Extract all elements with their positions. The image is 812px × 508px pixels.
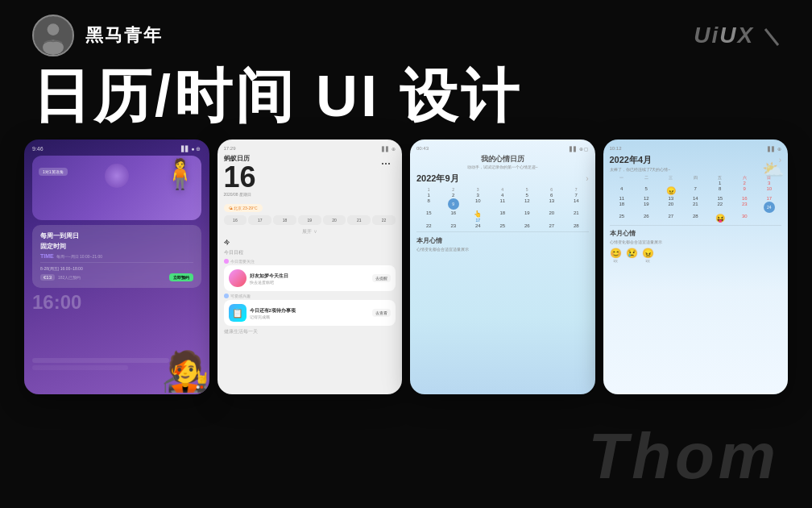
author-area: 黑马青年 bbox=[32, 15, 163, 56]
event-1: 好友如梦今天生日 快去送蛋糕吧 去提醒 bbox=[224, 265, 396, 291]
phone-card-4: ⛅ 10:12 ▋▋ ⊕ 2022年4月 › 太棒了，你已经连续了7天的心情~ … bbox=[603, 139, 789, 394]
svg-line-3 bbox=[765, 29, 778, 45]
section2-label: 可爱感兴趣 bbox=[224, 294, 396, 298]
p3-week-3: 15 16 👆 17 18 19 20 21 bbox=[416, 210, 589, 223]
sky-decoration: ⛅ bbox=[762, 160, 784, 181]
phone-card-3: 00:43 ▋▋ ⊕ ◻ 我的心情日历 动动手，试试记录你的第一个心情足迹~ 2… bbox=[410, 139, 595, 394]
author-name: 黑马青年 bbox=[85, 23, 163, 48]
p4-month: 2022年4月 bbox=[610, 154, 652, 166]
p3-week-4: 22 23 24 25 26 27 28 bbox=[416, 223, 589, 228]
p4-cal-headers: 一 二 三 四 五 六 日 bbox=[610, 175, 782, 180]
p2-date-large: 16 bbox=[224, 163, 256, 192]
p4-mood-title: 本月心情 bbox=[610, 229, 782, 238]
svg-point-1 bbox=[48, 23, 60, 35]
schedule-title: 今日日程 bbox=[224, 249, 396, 256]
p4-week-2: 4 5 😠 7 8 9 10 bbox=[610, 186, 782, 195]
header: 黑马青年 UiUX bbox=[0, 0, 812, 56]
event-2: 📋 今日还有2项待办事项 记得完成哦 去查看 bbox=[224, 300, 396, 326]
event-2-icon: 📋 bbox=[229, 304, 246, 322]
p2-date-sub: 2020/08 星期日 bbox=[224, 192, 256, 197]
screenshots-area: 9:46 ▋▋ ● ⊕ 1对1英语角 🧍 每周一到周日 固定时间 TIME 每周… bbox=[0, 128, 812, 394]
phone-1-hero: 1对1英语角 🧍 bbox=[32, 156, 201, 220]
mood-emoji-row: 😊 1次 😢 😠 1次 bbox=[610, 248, 782, 263]
event-2-btn[interactable]: 去查看 bbox=[372, 309, 391, 317]
brand-logo: UiUX bbox=[694, 23, 780, 48]
event-1-avatar bbox=[229, 269, 246, 287]
phone-3-status: 00:43 ▋▋ ⊕ ◻ bbox=[416, 146, 589, 152]
mood-emoji-1: 😊 1次 bbox=[610, 248, 622, 263]
expand-btn[interactable]: 展开 ∨ bbox=[224, 228, 396, 235]
bottom-figure: 🧑‍🎤 bbox=[161, 349, 209, 394]
event-1-btn[interactable]: 去提醒 bbox=[372, 274, 391, 282]
p4-week-4: 18 19 20 21 22 23 24 bbox=[610, 202, 782, 213]
hero-badge: 1对1英语角 bbox=[39, 168, 68, 176]
weather-badge: 🌤 北京 23-29°C bbox=[224, 204, 263, 212]
p3-mood-sub: 心情变化都会合适宜适量展示 bbox=[416, 247, 589, 252]
p3-week-1: 1 2 3 4 5 6 7 bbox=[416, 193, 589, 198]
phone-card-2: 17:29 ▋▋ ⊕ 蚂蚁日历 16 2020/08 星期日 ⋯ 🌤 北京 23… bbox=[218, 139, 403, 394]
p4-sub-text: 太棒了，你已经连续了7天的心情~ bbox=[610, 167, 782, 172]
p3-month: 2022年9月 bbox=[416, 173, 459, 185]
phone-2-status: 17:29 ▋▋ ⊕ bbox=[224, 146, 396, 152]
mood-emoji-3: 😠 1次 bbox=[642, 248, 654, 263]
health-label: 健康生活每一天 bbox=[224, 328, 396, 335]
p3-mood-title: 本月心情 bbox=[416, 236, 589, 245]
phone-1-main-card: 每周一到周日 固定时间 TIME 每周一~周日 10:00~21:00 8-28… bbox=[32, 225, 201, 288]
today-label: 今 bbox=[224, 239, 396, 247]
p3-week-2: 8 9 10 11 12 13 14 bbox=[416, 198, 589, 210]
p4-mood-section: 本月心情 心情变化都会合适宜适量展示 😊 1次 😢 😠 1次 bbox=[610, 225, 782, 263]
avatar bbox=[32, 15, 74, 56]
phone-1-status: 9:46 ▋▋ ● ⊕ bbox=[32, 146, 201, 152]
p4-week-3: 11 12 13 14 15 16 17 bbox=[610, 196, 782, 201]
p2-menu-icon[interactable]: ⋯ bbox=[376, 154, 396, 173]
p3-mood-section: 本月心情 心情变化都会合适宜适量展示 bbox=[416, 231, 589, 252]
avatar-figure bbox=[34, 16, 72, 55]
p3-subtitle: 动动手，试试记录你的第一个心情足迹~ bbox=[416, 164, 589, 169]
time-display: 16:00 bbox=[32, 291, 201, 314]
week-strip[interactable]: 16 17 18 19 20 21 22 bbox=[224, 215, 396, 225]
phone-card-1: 9:46 ▋▋ ● ⊕ 1对1英语角 🧍 每周一到周日 固定时间 TIME 每周… bbox=[24, 139, 209, 394]
p4-week-5: 25 26 27 28 😝 30 bbox=[610, 214, 782, 223]
p3-cal-headers: 1 2 3 4 5 6 7 bbox=[416, 187, 589, 192]
phone-4-status: 10:12 ▋▋ ⊕ bbox=[610, 146, 782, 152]
p4-mood-sub: 心情变化都会合适宜适量展示 bbox=[610, 239, 782, 244]
section1-label: 今日需要关注 bbox=[224, 259, 396, 264]
main-title: 日历/时间 UI 设计 bbox=[32, 65, 780, 128]
title-area: 日历/时间 UI 设计 bbox=[0, 56, 812, 128]
watermark: Thom bbox=[588, 419, 780, 493]
p3-title: 我的心情日历 bbox=[416, 154, 589, 164]
p3-nav-arrow[interactable]: › bbox=[586, 174, 588, 183]
mood-emoji-2: 😢 bbox=[626, 248, 638, 263]
p4-week-1: 1 2 3 bbox=[610, 181, 782, 185]
